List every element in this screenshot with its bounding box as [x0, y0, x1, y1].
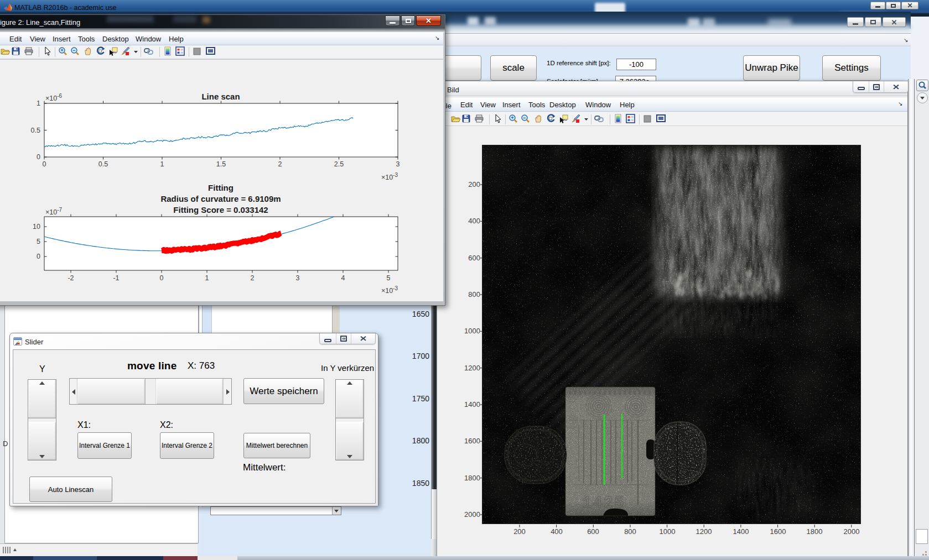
svg-text:3: 3: [396, 160, 400, 168]
svg-text:−: −: [73, 48, 76, 53]
svg-text:0: 0: [43, 160, 46, 168]
svg-text:+: +: [61, 48, 64, 53]
svg-text:0.5: 0.5: [98, 160, 108, 168]
svg-text:Fitting: Fitting: [208, 183, 233, 192]
svg-text:5: 5: [387, 274, 391, 282]
svg-text:2.5: 2.5: [334, 160, 344, 168]
svg-text:-1: -1: [113, 274, 119, 282]
svg-text:3: 3: [296, 274, 300, 282]
svg-text:0.5: 0.5: [31, 127, 40, 134]
svg-text:Line scan: Line scan: [201, 92, 240, 101]
svg-text:0: 0: [160, 274, 164, 282]
svg-text:0: 0: [37, 153, 40, 161]
svg-text:10: 10: [33, 223, 40, 231]
svg-text:×10-3: ×10-3: [381, 285, 398, 295]
svg-text:5: 5: [37, 238, 40, 245]
svg-text:4: 4: [341, 274, 345, 282]
svg-text:Fitting Score = 0.033142: Fitting Score = 0.033142: [173, 205, 268, 214]
svg-text:0: 0: [37, 253, 40, 260]
svg-text:1: 1: [160, 160, 164, 168]
svg-text:1: 1: [205, 274, 209, 282]
svg-text:×10-7: ×10-7: [45, 207, 63, 216]
svg-text:Radius of curvature = 6.9109m: Radius of curvature = 6.9109m: [160, 194, 281, 203]
svg-text:2: 2: [278, 160, 282, 168]
svg-text:1: 1: [37, 100, 40, 107]
svg-text:×10-3: ×10-3: [381, 172, 398, 181]
svg-text:1.5: 1.5: [216, 160, 226, 168]
svg-text:2: 2: [251, 274, 255, 282]
svg-text:×10-6: ×10-6: [45, 93, 63, 102]
svg-text:-2: -2: [68, 274, 74, 282]
